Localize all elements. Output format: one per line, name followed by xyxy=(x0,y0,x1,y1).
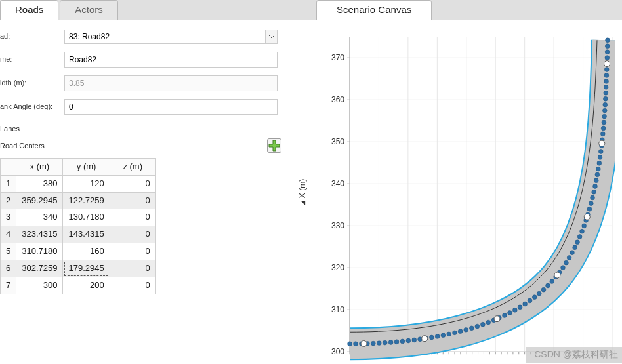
name-input[interactable] xyxy=(64,52,278,68)
svg-point-159 xyxy=(605,55,610,60)
svg-point-104 xyxy=(475,324,480,329)
svg-point-89 xyxy=(388,340,393,344)
table-row[interactable]: 4323.4315143.43150 xyxy=(1,226,156,243)
svg-point-106 xyxy=(486,320,491,325)
cell[interactable]: 323.4315 xyxy=(16,226,63,243)
cell[interactable]: 0 xyxy=(110,277,156,294)
centers-table[interactable]: x (m) y (m) z (m) 138012002359.2945122.7… xyxy=(0,158,156,294)
svg-point-98 xyxy=(441,333,446,337)
scenario-plot[interactable]: 370360350340330320310300 xyxy=(314,26,615,363)
centers-label: Road Centers xyxy=(0,141,45,150)
cell[interactable]: 359.2945 xyxy=(16,192,63,209)
col-y[interactable]: y (m) xyxy=(63,158,110,175)
road-select-value[interactable] xyxy=(64,30,266,44)
row-index[interactable]: 1 xyxy=(1,175,16,192)
svg-point-141 xyxy=(597,161,602,165)
cell[interactable]: 200 xyxy=(63,277,110,294)
cell[interactable]: 179.2945 xyxy=(63,260,110,277)
cell[interactable]: 380 xyxy=(16,175,63,192)
svg-point-150 xyxy=(602,108,607,113)
add-center-button[interactable] xyxy=(267,138,281,153)
tab-roads[interactable]: Roads xyxy=(0,0,58,20)
tab-scenario-canvas[interactable]: Scenario Canvas xyxy=(316,0,432,20)
svg-point-92 xyxy=(406,338,411,343)
svg-point-86 xyxy=(371,341,375,346)
watermark: CSDN @荔枝科研社 xyxy=(526,347,622,363)
tab-actors[interactable]: Actors xyxy=(60,0,118,20)
svg-point-167 xyxy=(584,214,590,220)
plus-icon xyxy=(268,140,280,152)
svg-point-103 xyxy=(469,325,474,330)
svg-point-125 xyxy=(570,250,575,254)
svg-point-134 xyxy=(589,201,593,205)
svg-point-112 xyxy=(518,304,522,309)
svg-point-129 xyxy=(580,229,585,233)
svg-point-83 xyxy=(354,341,358,346)
svg-point-88 xyxy=(383,340,387,345)
road-select[interactable] xyxy=(64,30,278,44)
svg-point-147 xyxy=(601,125,606,130)
table-row[interactable]: 3340130.71800 xyxy=(1,209,156,226)
bank-row: ank Angle (deg): xyxy=(0,99,287,115)
svg-point-109 xyxy=(503,313,507,317)
svg-point-148 xyxy=(602,120,606,125)
svg-point-157 xyxy=(604,67,609,71)
cell[interactable]: 0 xyxy=(110,243,156,260)
row-index[interactable]: 4 xyxy=(1,226,16,243)
width-input xyxy=(64,75,278,91)
chevron-down-icon[interactable] xyxy=(266,30,278,44)
cell[interactable]: 310.7180 xyxy=(16,243,63,260)
right-panel: Scenario Canvas ◢ X (m) 3703603503403303… xyxy=(287,0,622,364)
svg-point-122 xyxy=(561,265,566,270)
canvas-area[interactable]: ◢ X (m) 370360350340330320310300 CSDN @荔… xyxy=(287,20,622,365)
name-label: me: xyxy=(0,54,64,64)
cell[interactable]: 0 xyxy=(110,192,156,209)
roads-panel-body: ad: me: idth (m): ank Angle (deg): xyxy=(0,20,287,365)
svg-text:350: 350 xyxy=(331,137,344,146)
svg-text:360: 360 xyxy=(331,95,344,104)
svg-point-118 xyxy=(546,283,550,288)
cell[interactable]: 160 xyxy=(63,243,110,260)
svg-point-123 xyxy=(564,260,569,265)
col-z[interactable]: z (m) xyxy=(110,158,156,175)
cell[interactable]: 0 xyxy=(110,260,156,277)
cell[interactable]: 0 xyxy=(110,175,156,192)
cell[interactable]: 0 xyxy=(110,226,156,243)
row-index[interactable]: 7 xyxy=(1,277,16,294)
svg-point-90 xyxy=(394,339,399,344)
bank-label: ank Angle (deg): xyxy=(0,102,64,111)
row-index[interactable]: 5 xyxy=(1,243,16,260)
table-row[interactable]: 6302.7259179.29450 xyxy=(1,260,156,277)
svg-point-163 xyxy=(361,340,367,346)
cell[interactable]: 302.7259 xyxy=(16,260,63,277)
table-row[interactable]: 2359.2945122.72590 xyxy=(1,192,156,209)
svg-point-151 xyxy=(603,102,608,107)
table-header-row: x (m) y (m) z (m) xyxy=(1,158,156,175)
svg-text:320: 320 xyxy=(331,263,344,272)
svg-point-133 xyxy=(587,207,592,211)
svg-point-105 xyxy=(480,322,485,327)
svg-point-161 xyxy=(605,43,610,48)
row-index[interactable]: 2 xyxy=(1,192,16,209)
table-row[interactable]: 13801200 xyxy=(1,175,156,192)
svg-point-160 xyxy=(605,49,610,54)
svg-point-102 xyxy=(464,327,468,332)
row-index[interactable]: 6 xyxy=(1,260,16,277)
lanes-section: Lanes xyxy=(0,123,287,134)
road-label: ad: xyxy=(0,31,64,41)
centers-section: Road Centers xyxy=(0,137,287,154)
cell[interactable]: 120 xyxy=(63,175,110,192)
cell[interactable]: 130.7180 xyxy=(63,209,110,226)
cell[interactable]: 0 xyxy=(110,209,156,226)
table-row[interactable]: 73002000 xyxy=(1,277,156,294)
width-label: idth (m): xyxy=(0,78,64,87)
col-x[interactable]: x (m) xyxy=(16,158,63,175)
bank-input[interactable] xyxy=(64,99,278,115)
cell[interactable]: 300 xyxy=(16,277,63,294)
table-row[interactable]: 5310.71801600 xyxy=(1,243,156,260)
cell[interactable]: 340 xyxy=(16,209,63,226)
cell[interactable]: 122.7259 xyxy=(63,192,110,209)
cell[interactable]: 143.4315 xyxy=(63,226,110,243)
svg-point-156 xyxy=(604,73,609,77)
row-index[interactable]: 3 xyxy=(1,209,16,226)
